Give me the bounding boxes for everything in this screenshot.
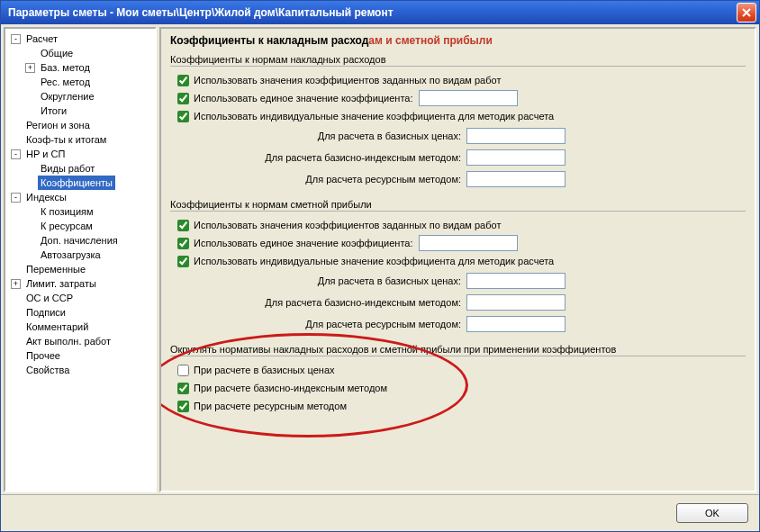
tree-item-label: К позициям <box>38 204 96 219</box>
collapse-icon[interactable]: - <box>11 193 21 203</box>
round-chk2-label: При расчете базисно-индексным методом <box>194 383 387 393</box>
tree-item-label: Итоги <box>38 104 69 118</box>
tree-item-label: Лимит. затраты <box>23 276 99 291</box>
sp-base-index-input[interactable] <box>466 294 565 311</box>
nr-chk-by-work-types[interactable] <box>177 75 189 86</box>
expand-icon[interactable]: + <box>11 279 21 289</box>
tree-item[interactable]: Коэф-ты к итогам <box>7 132 153 147</box>
tree-item-label: Округление <box>38 89 97 104</box>
tree-item[interactable]: Подписи <box>7 305 153 320</box>
expand-icon[interactable]: + <box>25 63 35 73</box>
tree-item-label: Прочее <box>23 348 63 363</box>
round-chk3-label: При расчете ресурсным методом <box>194 401 347 411</box>
dialog-body: -РасчетОбщие+Баз. методРес. методОкругле… <box>1 24 759 495</box>
group-nr: Коэффициенты к нормам накладных расходов… <box>170 54 746 190</box>
tree-item[interactable]: Свойства <box>7 363 153 377</box>
round-chk-base-index[interactable] <box>177 383 189 394</box>
tree-item-label: Комментарий <box>23 320 91 334</box>
nr-chk-individual[interactable] <box>177 111 189 122</box>
sp-chk-single-value[interactable] <box>177 238 189 249</box>
tree-item-label: Подписи <box>23 305 68 320</box>
tree-item-label: Акт выполн. работ <box>23 334 113 348</box>
tree-item-label: Свойства <box>23 363 72 377</box>
tree-item[interactable]: Комментарий <box>7 320 153 334</box>
tree-item-label: Виды работ <box>38 161 97 176</box>
content-title: Коэффициенты к накладным расходам и смет… <box>170 34 746 47</box>
tree-item[interactable]: Доп. начисления <box>7 233 153 248</box>
sp-resource-input[interactable] <box>466 316 565 332</box>
sp-chk1-label: Использовать значения коэффициентов зада… <box>194 220 501 230</box>
tree-item[interactable]: -Расчет <box>7 32 153 46</box>
group-rounding-title: Округлять нормативы накладных расходов и… <box>170 344 746 356</box>
close-button[interactable] <box>737 3 756 23</box>
tree-item[interactable]: Коэффициенты <box>7 176 153 190</box>
tree-item[interactable]: Виды работ <box>7 161 153 176</box>
sp-chk-by-work-types[interactable] <box>177 220 189 231</box>
round-chk1-label: При расчете в базисных ценах <box>194 365 335 375</box>
close-icon <box>742 8 751 17</box>
sp-base-input[interactable] <box>466 273 565 289</box>
tree-item[interactable]: Итоги <box>7 104 153 118</box>
tree-item-label: Переменные <box>23 262 88 276</box>
nav-tree: -РасчетОбщие+Баз. методРес. методОкругле… <box>4 27 157 492</box>
tree-item-label: Автозагрузка <box>38 248 104 262</box>
nr-f3-label: Для расчета ресурсным методом: <box>305 174 461 185</box>
nr-base-input[interactable] <box>466 128 565 144</box>
nr-resource-input[interactable] <box>466 171 565 187</box>
tree-item[interactable]: Общие <box>7 46 153 60</box>
ok-button[interactable]: OK <box>676 503 748 523</box>
sp-f2-label: Для расчета базисно-индексным методом: <box>265 297 461 308</box>
window-title: Параметры сметы - Мои сметы\Центр\Жилой … <box>8 6 394 19</box>
group-nr-title: Коэффициенты к нормам накладных расходов <box>170 54 746 67</box>
tree-item-label: К ресурсам <box>38 219 95 233</box>
group-sp: Коэффициенты к нормам сметной прибыли Ис… <box>170 199 746 335</box>
nr-chk2-label: Использовать единое значение коэффициент… <box>194 93 413 104</box>
nr-chk1-label: Использовать значения коэффициентов зада… <box>194 75 501 86</box>
tree-item[interactable]: Переменные <box>7 262 153 276</box>
round-chk-resource[interactable] <box>177 401 189 412</box>
tree-item-label: Коэффициенты <box>38 176 115 190</box>
tree-item-label: Доп. начисления <box>38 233 121 248</box>
tree-item[interactable]: +Баз. метод <box>7 60 153 75</box>
content-panel: Коэффициенты к накладным расходам и смет… <box>159 27 756 492</box>
nr-f1-label: Для расчета в базисных ценах: <box>318 131 461 141</box>
tree-item-label: Рес. метод <box>38 75 93 89</box>
sp-f1-label: Для расчета в базисных ценах: <box>318 275 461 286</box>
sp-chk3-label: Использовать индивидуальные значение коэ… <box>194 256 554 266</box>
sp-f3-label: Для расчета ресурсным методом: <box>305 319 461 329</box>
nr-chk-single-value[interactable] <box>177 93 189 104</box>
tree-item-label: Регион и зона <box>23 118 93 132</box>
nr-single-value-input[interactable] <box>419 90 518 106</box>
tree-item[interactable]: ОС и ССР <box>7 291 153 305</box>
tree-item[interactable]: Автозагрузка <box>7 248 153 262</box>
button-panel: OK <box>1 494 759 531</box>
collapse-icon[interactable]: - <box>11 149 21 159</box>
tree-item[interactable]: -Индексы <box>7 190 153 204</box>
tree-item-label: Общие <box>38 46 76 60</box>
tree-item-label: Баз. метод <box>38 60 93 75</box>
collapse-icon[interactable]: - <box>11 34 21 44</box>
title-bar: Параметры сметы - Мои сметы\Центр\Жилой … <box>1 1 759 24</box>
group-sp-title: Коэффициенты к нормам сметной прибыли <box>170 199 746 212</box>
sp-chk2-label: Использовать единое значение коэффициент… <box>194 238 413 248</box>
nr-base-index-input[interactable] <box>466 149 565 166</box>
dialog-window: Параметры сметы - Мои сметы\Центр\Жилой … <box>0 0 760 532</box>
tree-item[interactable]: Прочее <box>7 348 153 363</box>
tree-item[interactable]: +Лимит. затраты <box>7 276 153 291</box>
tree-item[interactable]: Рес. метод <box>7 75 153 89</box>
sp-single-value-input[interactable] <box>419 235 518 251</box>
tree-item-label: НР и СП <box>23 147 68 161</box>
tree-item[interactable]: К позициям <box>7 204 153 219</box>
tree-item[interactable]: Акт выполн. работ <box>7 334 153 348</box>
tree-item-label: Расчет <box>23 32 60 46</box>
nr-f2-label: Для расчета базисно-индексным методом: <box>265 152 461 163</box>
tree-item-label: Коэф-ты к итогам <box>23 132 109 147</box>
tree-item-label: Индексы <box>23 190 69 204</box>
tree-item[interactable]: К ресурсам <box>7 219 153 233</box>
tree-item[interactable]: -НР и СП <box>7 147 153 161</box>
sp-chk-individual[interactable] <box>177 256 189 267</box>
tree-item[interactable]: Округление <box>7 89 153 104</box>
round-chk-base[interactable] <box>177 365 189 376</box>
tree-item[interactable]: Регион и зона <box>7 118 153 132</box>
nr-chk3-label: Использовать индивидуальные значение коэ… <box>194 111 554 122</box>
